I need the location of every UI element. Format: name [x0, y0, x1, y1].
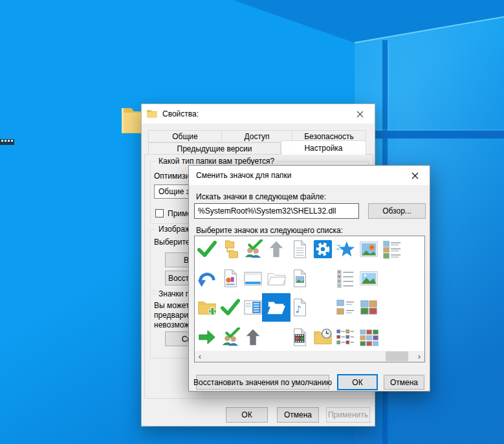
icon-photo-grid9[interactable] [358, 326, 380, 348]
properties-close-button[interactable] [345, 104, 375, 124]
icon-checklist-color[interactable] [334, 326, 356, 348]
icon-photo-grid4[interactable] [358, 296, 380, 318]
properties-titlebar[interactable]: Свойства: [142, 104, 375, 124]
icon-folder-clock[interactable] [312, 326, 334, 348]
icon-photo-frame[interactable] [358, 238, 380, 260]
icon-list: ♪ ‹ › [194, 236, 425, 362]
icon-check-users[interactable] [242, 238, 264, 260]
icon-app-window[interactable] [242, 267, 264, 289]
folder-type-group-title: Какой тип папки вам требуется? [156, 157, 277, 166]
desktop: Свойства: Общие Доступ Безопасность Пред… [0, 0, 504, 444]
icon-undo[interactable] [196, 267, 218, 289]
icon-check[interactable] [196, 238, 218, 260]
icon-film-doc[interactable] [289, 326, 311, 348]
close-icon [356, 111, 364, 118]
scroll-left-button[interactable]: ‹ [195, 351, 205, 362]
close-icon [411, 172, 419, 179]
icon-split-list[interactable] [242, 296, 264, 318]
icon-folders-link[interactable] [219, 238, 241, 260]
icon-doc-media[interactable] [219, 267, 241, 289]
change-icon-window: Сменить значок для папки Искать значки в… [188, 165, 430, 392]
file-path-label: Искать значки в следующем файле: [196, 192, 326, 201]
icon-arrow-right-green[interactable] [196, 326, 218, 348]
icon-arrow-up-dark[interactable] [242, 326, 264, 348]
properties-apply-button[interactable]: Применить [326, 407, 370, 423]
change-icon-titlebar[interactable]: Сменить значок для папки [189, 166, 430, 185]
change-icon-close-button[interactable] [400, 166, 430, 185]
browse-button[interactable]: Обзор... [368, 203, 426, 219]
icon-photo-landscape[interactable] [358, 267, 380, 289]
icon-arrow-up-light[interactable] [265, 238, 287, 260]
icon-doc-image[interactable] [289, 267, 311, 289]
tab-general[interactable]: Общие [148, 130, 222, 142]
icon-checklist[interactable] [334, 267, 356, 289]
icon-thumbs-lines[interactable] [381, 238, 403, 260]
icon-doc[interactable] [289, 238, 311, 260]
scroll-right-button[interactable]: › [414, 351, 424, 362]
icon-open-folder-white[interactable] [262, 293, 290, 322]
change-icon-cancel-button[interactable]: Отмена [384, 375, 424, 390]
properties-cancel-button[interactable]: Отмена [277, 407, 319, 423]
horizontal-scrollbar[interactable]: ‹ › [195, 351, 424, 362]
change-icon-title: Сменить значок для папки [196, 171, 292, 180]
properties-ok-button[interactable]: ОК [226, 407, 268, 423]
icon-check-users[interactable] [219, 326, 241, 348]
icon-star-blue[interactable] [334, 238, 356, 260]
chevron-right-icon: › [418, 351, 421, 361]
icon-folder-open-outline[interactable] [265, 267, 287, 289]
restore-defaults-button[interactable]: Восстановить значения по умолчанию [196, 375, 329, 390]
tab-previous-versions[interactable]: Предыдущие версии [148, 142, 281, 155]
file-path-input[interactable] [194, 203, 359, 219]
desktop-icon-fragment[interactable] [0, 139, 14, 145]
icon-photo-rows[interactable] [334, 296, 356, 318]
icon-check[interactable] [219, 296, 241, 318]
icon-music-doc[interactable]: ♪ [289, 296, 311, 318]
chevron-left-icon: ‹ [199, 351, 201, 361]
change-icon-ok-button[interactable]: ОК [337, 374, 378, 390]
icon-folder-plus[interactable] [196, 296, 218, 318]
icon-gear-tile[interactable] [312, 238, 334, 260]
icon-list-label: Выберите значок из следующего списка: [196, 226, 343, 235]
scroll-thumb[interactable] [386, 351, 408, 361]
tab-customize[interactable]: Настройка [281, 140, 366, 155]
apply-template-checkbox[interactable] [155, 209, 164, 217]
properties-title: Свойства: [162, 109, 199, 118]
folder-icon-small [147, 109, 157, 118]
svg-text:♪: ♪ [295, 304, 301, 316]
